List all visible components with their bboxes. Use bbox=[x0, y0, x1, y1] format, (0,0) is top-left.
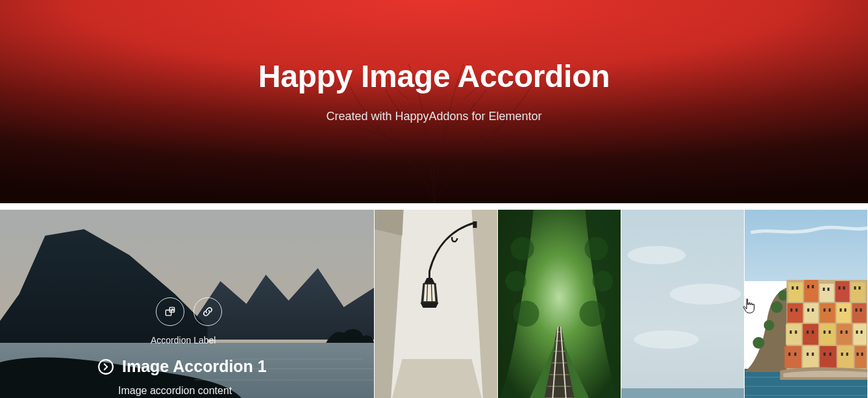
svg-rect-55 bbox=[803, 324, 819, 345]
svg-rect-57 bbox=[837, 324, 852, 345]
svg-point-8 bbox=[99, 360, 113, 374]
svg-rect-93 bbox=[861, 330, 863, 334]
accordion-panel-1[interactable]: Accordion Label Image Accordion 1 Image … bbox=[0, 210, 375, 398]
svg-point-16 bbox=[514, 301, 539, 327]
svg-rect-62 bbox=[838, 346, 854, 368]
svg-point-15 bbox=[506, 271, 527, 292]
page-title: Happy Image Accordion bbox=[258, 58, 610, 94]
svg-point-40 bbox=[764, 320, 775, 330]
svg-rect-29 bbox=[621, 210, 744, 398]
svg-rect-44 bbox=[789, 282, 803, 302]
svg-rect-94 bbox=[789, 353, 791, 356]
svg-rect-101 bbox=[847, 353, 849, 356]
svg-rect-83 bbox=[860, 308, 862, 312]
svg-rect-99 bbox=[830, 353, 832, 356]
arrow-right-circle-icon bbox=[97, 358, 114, 375]
svg-rect-100 bbox=[841, 353, 843, 356]
accordion-panel-description: Image accordion content bbox=[118, 385, 267, 397]
panel-2-image bbox=[375, 210, 497, 398]
panel-5-image bbox=[745, 210, 867, 398]
expand-button[interactable] bbox=[156, 297, 184, 326]
image-accordion: Accordion Label Image Accordion 1 Image … bbox=[0, 210, 868, 398]
svg-point-19 bbox=[580, 301, 606, 327]
svg-rect-48 bbox=[851, 282, 865, 302]
svg-rect-78 bbox=[824, 308, 826, 312]
svg-point-32 bbox=[634, 330, 699, 349]
svg-rect-33 bbox=[621, 388, 744, 398]
svg-point-17 bbox=[585, 237, 608, 260]
svg-rect-67 bbox=[812, 285, 814, 288]
svg-point-31 bbox=[670, 284, 741, 305]
svg-rect-46 bbox=[820, 284, 834, 302]
svg-point-39 bbox=[753, 337, 765, 349]
accordion-panel-5[interactable] bbox=[745, 210, 868, 398]
svg-rect-92 bbox=[856, 330, 858, 334]
expand-icon bbox=[164, 305, 177, 318]
svg-rect-76 bbox=[808, 308, 810, 312]
svg-rect-45 bbox=[804, 280, 819, 302]
svg-rect-49 bbox=[787, 303, 803, 323]
link-button[interactable] bbox=[193, 297, 222, 326]
svg-rect-61 bbox=[820, 346, 837, 368]
svg-rect-89 bbox=[829, 330, 831, 334]
svg-rect-56 bbox=[820, 324, 836, 345]
svg-rect-51 bbox=[820, 303, 836, 323]
svg-rect-84 bbox=[790, 330, 792, 334]
svg-rect-91 bbox=[846, 330, 848, 334]
svg-rect-75 bbox=[796, 308, 798, 312]
accordion-panel-3[interactable] bbox=[498, 210, 621, 398]
svg-rect-6 bbox=[166, 310, 171, 316]
svg-rect-102 bbox=[857, 353, 859, 356]
svg-rect-90 bbox=[841, 330, 843, 334]
accordion-panel-4[interactable] bbox=[621, 210, 745, 398]
svg-rect-68 bbox=[823, 288, 825, 291]
accordion-panel-2[interactable] bbox=[375, 210, 498, 398]
svg-rect-52 bbox=[837, 303, 851, 323]
page-subtitle: Created with HappyAddons for Elementor bbox=[326, 110, 541, 123]
svg-rect-88 bbox=[824, 330, 826, 334]
svg-rect-82 bbox=[856, 308, 858, 312]
svg-rect-60 bbox=[803, 346, 819, 368]
svg-rect-80 bbox=[840, 308, 842, 312]
panel-3-image bbox=[498, 210, 621, 398]
svg-rect-87 bbox=[812, 330, 814, 334]
svg-rect-85 bbox=[795, 330, 797, 334]
svg-rect-63 bbox=[855, 346, 867, 368]
svg-rect-95 bbox=[795, 353, 797, 356]
svg-rect-96 bbox=[807, 353, 809, 356]
svg-rect-34 bbox=[745, 210, 867, 281]
svg-rect-47 bbox=[836, 281, 850, 302]
panel-4-image bbox=[621, 210, 744, 398]
svg-rect-81 bbox=[845, 308, 847, 312]
svg-point-14 bbox=[511, 237, 534, 260]
svg-rect-50 bbox=[804, 303, 819, 323]
svg-point-41 bbox=[771, 301, 783, 313]
accordion-panel-1-content: Accordion Label Image Accordion 1 Image … bbox=[97, 297, 267, 397]
svg-rect-79 bbox=[829, 308, 831, 312]
svg-rect-103 bbox=[862, 353, 863, 356]
svg-rect-77 bbox=[812, 308, 814, 312]
svg-rect-54 bbox=[786, 324, 802, 345]
svg-rect-53 bbox=[852, 303, 867, 323]
svg-rect-97 bbox=[812, 353, 814, 356]
svg-rect-73 bbox=[859, 286, 861, 290]
svg-rect-72 bbox=[854, 286, 856, 290]
svg-rect-69 bbox=[828, 288, 830, 291]
svg-rect-98 bbox=[824, 353, 826, 356]
link-icon bbox=[201, 305, 214, 318]
svg-point-18 bbox=[593, 271, 614, 292]
svg-rect-66 bbox=[808, 285, 810, 288]
hero-banner: Happy Image Accordion Created with Happy… bbox=[0, 0, 868, 203]
svg-rect-86 bbox=[807, 330, 809, 334]
accordion-panel-title: Image Accordion 1 bbox=[122, 357, 267, 376]
svg-rect-64 bbox=[792, 286, 794, 290]
accordion-label: Accordion Label bbox=[151, 335, 267, 345]
svg-rect-58 bbox=[854, 324, 867, 345]
svg-point-30 bbox=[628, 246, 686, 264]
svg-rect-74 bbox=[791, 308, 793, 312]
svg-rect-65 bbox=[797, 286, 799, 290]
svg-rect-71 bbox=[843, 286, 845, 290]
svg-rect-70 bbox=[839, 286, 841, 290]
svg-rect-59 bbox=[785, 346, 802, 368]
